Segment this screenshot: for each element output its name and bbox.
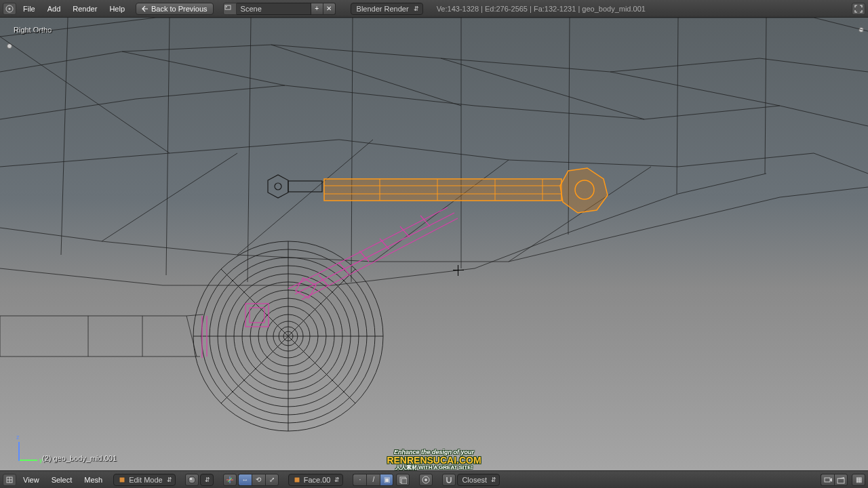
svg-line-36 xyxy=(380,239,389,249)
svg-marker-31 xyxy=(560,168,608,213)
svg-rect-57 xyxy=(401,479,407,484)
scene-name-input[interactable] xyxy=(237,3,311,15)
watermark: Enhance the design of your RENRENSUCAI.C… xyxy=(387,449,481,470)
svg-line-34 xyxy=(339,263,349,274)
svg-rect-47 xyxy=(119,477,125,483)
maximize-icon xyxy=(854,5,863,13)
sphere-icon xyxy=(188,476,196,484)
3dview-header: View Select Mesh Edit Mode ↔ ⟲ ⤢ Face.00… xyxy=(0,470,868,488)
axis-z-label: z xyxy=(16,434,20,441)
pivot-dropdown[interactable] xyxy=(200,474,214,486)
svg-rect-55 xyxy=(294,477,300,483)
clapboard-icon xyxy=(837,476,845,484)
occlude-icon xyxy=(399,476,407,484)
scene-delete-button[interactable]: ✕ xyxy=(323,3,336,15)
face-select-button[interactable]: ▣ xyxy=(380,474,393,486)
svg-point-22 xyxy=(275,183,281,190)
scene-browse-button[interactable] xyxy=(223,3,237,15)
render-anim-button[interactable] xyxy=(834,474,848,486)
svg-marker-21 xyxy=(268,175,288,198)
editor-type-selector[interactable] xyxy=(3,3,16,15)
layers-button[interactable]: ▦ xyxy=(852,474,865,486)
render-engine-dropdown[interactable]: Blender Render xyxy=(351,3,423,15)
manipulator-icon xyxy=(226,476,234,484)
mode-dropdown[interactable]: Edit Mode xyxy=(113,474,176,486)
axis-gizmo: y z xyxy=(16,438,39,461)
svg-point-49 xyxy=(189,478,192,480)
select-mode-label: Face.00 xyxy=(304,476,331,484)
view3d-editor-type-selector[interactable] xyxy=(3,474,16,486)
render-button[interactable] xyxy=(821,474,834,486)
select-mode-dropdown[interactable]: Face.00 xyxy=(288,474,344,486)
face-icon xyxy=(293,476,301,484)
proportional-icon xyxy=(422,476,430,484)
menu-add[interactable]: Add xyxy=(42,3,66,15)
proportional-edit-toggle[interactable] xyxy=(419,474,433,486)
back-label: Back to Previous xyxy=(151,5,208,13)
svg-rect-2 xyxy=(225,5,231,9)
svg-point-48 xyxy=(189,476,195,483)
svg-rect-23 xyxy=(288,181,322,192)
vertex-select-button[interactable]: · xyxy=(353,474,366,486)
menu-render[interactable]: Render xyxy=(67,3,102,15)
svg-point-59 xyxy=(425,479,427,481)
menu-select[interactable]: Select xyxy=(46,474,78,486)
menu-view[interactable]: View xyxy=(18,474,45,486)
3d-viewport[interactable]: Right Ortho xyxy=(0,18,868,470)
render-engine-label: Blender Render xyxy=(357,5,409,13)
mesh-select-mode-group: · / ▣ xyxy=(353,474,393,486)
svg-line-35 xyxy=(359,251,369,262)
limit-selection-button[interactable] xyxy=(396,474,410,486)
scene-add-button[interactable]: + xyxy=(311,3,323,15)
translate-manipulator[interactable]: ↔ xyxy=(238,474,252,486)
camera-icon xyxy=(824,476,832,484)
manipulator-toggle[interactable] xyxy=(223,474,237,486)
svg-rect-40 xyxy=(245,304,269,327)
svg-rect-60 xyxy=(825,478,830,482)
back-to-previous-button[interactable]: Back to Previous xyxy=(136,3,214,15)
menu-mesh[interactable]: Mesh xyxy=(79,474,108,486)
active-object-label: (2) geo_body_mid.001 xyxy=(42,454,117,462)
edge-select-button[interactable]: / xyxy=(366,474,380,486)
svg-point-1 xyxy=(9,7,11,9)
transform-manipulator-group: ↔ ⟲ ⤢ xyxy=(238,474,279,486)
scale-manipulator[interactable]: ⤢ xyxy=(265,474,279,486)
svg-point-3 xyxy=(226,6,227,7)
magnet-icon xyxy=(445,476,453,484)
editmode-icon xyxy=(118,476,126,484)
scene-selector-group: + ✕ xyxy=(223,3,336,15)
3d-cursor xyxy=(453,265,464,276)
info-header: File Add Render Help Back to Previous + … xyxy=(0,0,868,18)
back-icon xyxy=(142,5,149,12)
svg-rect-61 xyxy=(837,479,844,483)
mode-label: Edit Mode xyxy=(129,476,163,484)
scene-stats: Ve:143-1328 | Ed:276-2565 | Fa:132-1231 … xyxy=(437,5,646,13)
render-preview-group xyxy=(821,474,848,486)
rotate-manipulator[interactable]: ⟲ xyxy=(252,474,265,486)
wireframe-overlay xyxy=(0,18,868,470)
menu-file[interactable]: File xyxy=(18,3,41,15)
snap-element-dropdown[interactable]: Closest xyxy=(457,474,500,486)
menu-help[interactable]: Help xyxy=(104,3,130,15)
snap-target-label: Closest xyxy=(462,476,487,484)
svg-rect-24 xyxy=(324,179,561,201)
snap-toggle[interactable] xyxy=(442,474,456,486)
svg-line-37 xyxy=(400,226,410,237)
viewport-shading-button[interactable] xyxy=(185,474,199,486)
maximize-button[interactable] xyxy=(852,3,865,15)
